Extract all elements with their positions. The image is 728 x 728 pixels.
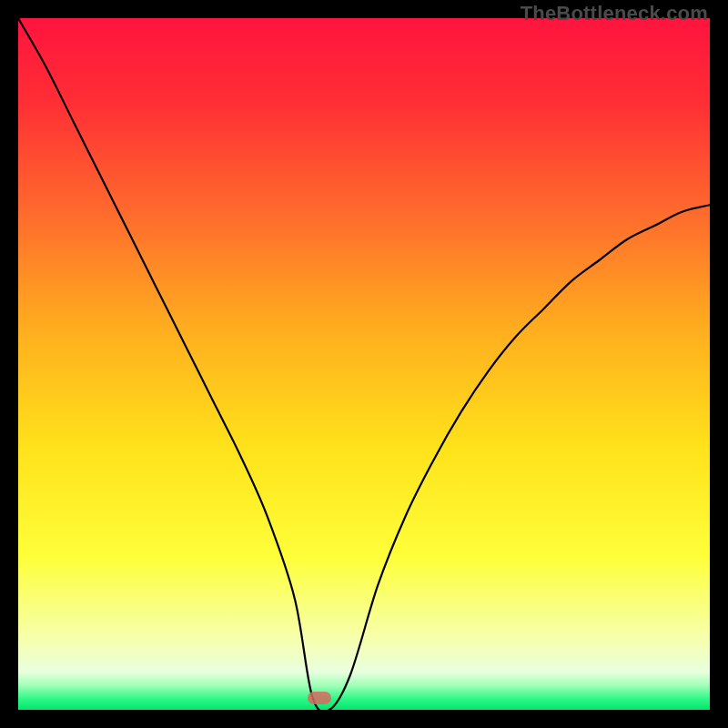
chart-frame: TheBottleneck.com (0, 0, 728, 728)
gradient-background (18, 18, 710, 710)
minimum-marker (308, 692, 331, 704)
plot-area (18, 18, 710, 710)
watermark-text: TheBottleneck.com (521, 2, 708, 25)
gradient-plot-svg (18, 18, 710, 710)
